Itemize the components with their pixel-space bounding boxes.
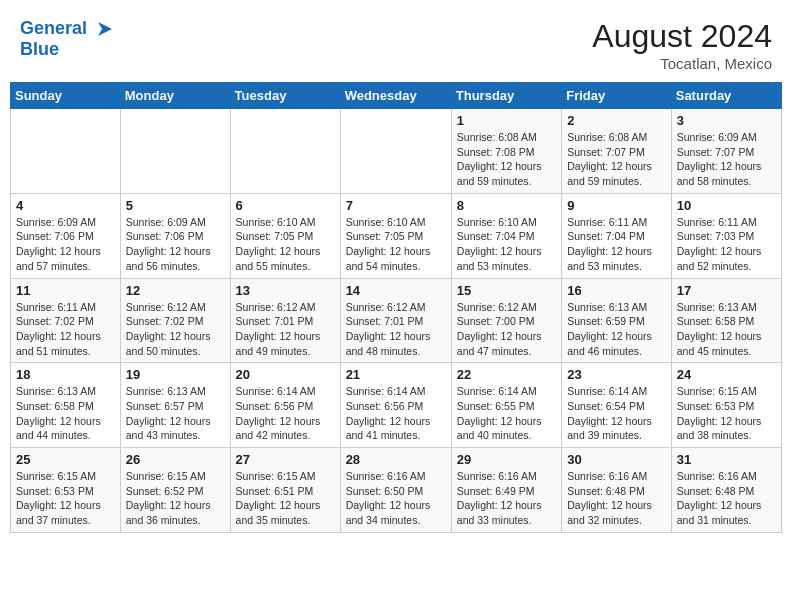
calendar-cell: 21Sunrise: 6:14 AM Sunset: 6:56 PM Dayli… [340, 363, 451, 448]
day-number: 19 [126, 367, 225, 382]
day-number: 29 [457, 452, 556, 467]
day-info: Sunrise: 6:13 AM Sunset: 6:59 PM Dayligh… [567, 300, 666, 359]
day-info: Sunrise: 6:13 AM Sunset: 6:57 PM Dayligh… [126, 384, 225, 443]
calendar-cell: 13Sunrise: 6:12 AM Sunset: 7:01 PM Dayli… [230, 278, 340, 363]
calendar-cell [120, 109, 230, 194]
calendar-cell: 29Sunrise: 6:16 AM Sunset: 6:49 PM Dayli… [451, 448, 561, 533]
day-info: Sunrise: 6:15 AM Sunset: 6:52 PM Dayligh… [126, 469, 225, 528]
day-info: Sunrise: 6:16 AM Sunset: 6:48 PM Dayligh… [677, 469, 776, 528]
calendar-cell: 31Sunrise: 6:16 AM Sunset: 6:48 PM Dayli… [671, 448, 781, 533]
day-info: Sunrise: 6:09 AM Sunset: 7:06 PM Dayligh… [16, 215, 115, 274]
day-number: 31 [677, 452, 776, 467]
day-number: 27 [236, 452, 335, 467]
day-info: Sunrise: 6:10 AM Sunset: 7:05 PM Dayligh… [346, 215, 446, 274]
day-info: Sunrise: 6:08 AM Sunset: 7:08 PM Dayligh… [457, 130, 556, 189]
week-row-5: 25Sunrise: 6:15 AM Sunset: 6:53 PM Dayli… [11, 448, 782, 533]
calendar-cell [11, 109, 121, 194]
svg-marker-0 [98, 22, 112, 36]
day-info: Sunrise: 6:09 AM Sunset: 7:06 PM Dayligh… [126, 215, 225, 274]
location: Tocatlan, Mexico [592, 55, 772, 72]
calendar-cell: 10Sunrise: 6:11 AM Sunset: 7:03 PM Dayli… [671, 193, 781, 278]
day-number: 8 [457, 198, 556, 213]
weekday-header-tuesday: Tuesday [230, 83, 340, 109]
calendar-cell: 7Sunrise: 6:10 AM Sunset: 7:05 PM Daylig… [340, 193, 451, 278]
day-number: 18 [16, 367, 115, 382]
weekday-header-wednesday: Wednesday [340, 83, 451, 109]
day-number: 3 [677, 113, 776, 128]
calendar-cell: 19Sunrise: 6:13 AM Sunset: 6:57 PM Dayli… [120, 363, 230, 448]
day-number: 22 [457, 367, 556, 382]
day-info: Sunrise: 6:11 AM Sunset: 7:02 PM Dayligh… [16, 300, 115, 359]
month-year: August 2024 [592, 18, 772, 55]
day-number: 2 [567, 113, 666, 128]
week-row-3: 11Sunrise: 6:11 AM Sunset: 7:02 PM Dayli… [11, 278, 782, 363]
calendar-cell: 27Sunrise: 6:15 AM Sunset: 6:51 PM Dayli… [230, 448, 340, 533]
day-number: 14 [346, 283, 446, 298]
calendar-cell: 20Sunrise: 6:14 AM Sunset: 6:56 PM Dayli… [230, 363, 340, 448]
day-info: Sunrise: 6:16 AM Sunset: 6:49 PM Dayligh… [457, 469, 556, 528]
calendar-cell: 14Sunrise: 6:12 AM Sunset: 7:01 PM Dayli… [340, 278, 451, 363]
day-number: 7 [346, 198, 446, 213]
day-info: Sunrise: 6:12 AM Sunset: 7:01 PM Dayligh… [236, 300, 335, 359]
calendar-cell: 28Sunrise: 6:16 AM Sunset: 6:50 PM Dayli… [340, 448, 451, 533]
day-number: 12 [126, 283, 225, 298]
day-number: 11 [16, 283, 115, 298]
title-block: August 2024 Tocatlan, Mexico [592, 18, 772, 72]
day-info: Sunrise: 6:10 AM Sunset: 7:05 PM Dayligh… [236, 215, 335, 274]
day-number: 16 [567, 283, 666, 298]
calendar-cell: 17Sunrise: 6:13 AM Sunset: 6:58 PM Dayli… [671, 278, 781, 363]
calendar-cell: 2Sunrise: 6:08 AM Sunset: 7:07 PM Daylig… [562, 109, 672, 194]
day-number: 26 [126, 452, 225, 467]
day-info: Sunrise: 6:13 AM Sunset: 6:58 PM Dayligh… [16, 384, 115, 443]
day-info: Sunrise: 6:14 AM Sunset: 6:55 PM Dayligh… [457, 384, 556, 443]
logo: General Blue [20, 18, 116, 60]
day-info: Sunrise: 6:14 AM Sunset: 6:56 PM Dayligh… [236, 384, 335, 443]
calendar-cell [340, 109, 451, 194]
weekday-header-row: SundayMondayTuesdayWednesdayThursdayFrid… [11, 83, 782, 109]
day-info: Sunrise: 6:11 AM Sunset: 7:03 PM Dayligh… [677, 215, 776, 274]
day-number: 24 [677, 367, 776, 382]
day-info: Sunrise: 6:08 AM Sunset: 7:07 PM Dayligh… [567, 130, 666, 189]
day-number: 23 [567, 367, 666, 382]
calendar-cell: 8Sunrise: 6:10 AM Sunset: 7:04 PM Daylig… [451, 193, 561, 278]
calendar-cell: 1Sunrise: 6:08 AM Sunset: 7:08 PM Daylig… [451, 109, 561, 194]
day-number: 21 [346, 367, 446, 382]
calendar-cell: 9Sunrise: 6:11 AM Sunset: 7:04 PM Daylig… [562, 193, 672, 278]
week-row-1: 1Sunrise: 6:08 AM Sunset: 7:08 PM Daylig… [11, 109, 782, 194]
calendar-cell: 16Sunrise: 6:13 AM Sunset: 6:59 PM Dayli… [562, 278, 672, 363]
calendar-cell: 30Sunrise: 6:16 AM Sunset: 6:48 PM Dayli… [562, 448, 672, 533]
day-info: Sunrise: 6:09 AM Sunset: 7:07 PM Dayligh… [677, 130, 776, 189]
day-number: 10 [677, 198, 776, 213]
weekday-header-monday: Monday [120, 83, 230, 109]
day-info: Sunrise: 6:12 AM Sunset: 7:02 PM Dayligh… [126, 300, 225, 359]
calendar-table: SundayMondayTuesdayWednesdayThursdayFrid… [10, 82, 782, 533]
calendar-cell: 25Sunrise: 6:15 AM Sunset: 6:53 PM Dayli… [11, 448, 121, 533]
day-number: 9 [567, 198, 666, 213]
weekday-header-saturday: Saturday [671, 83, 781, 109]
day-number: 5 [126, 198, 225, 213]
day-info: Sunrise: 6:12 AM Sunset: 7:00 PM Dayligh… [457, 300, 556, 359]
day-info: Sunrise: 6:13 AM Sunset: 6:58 PM Dayligh… [677, 300, 776, 359]
day-info: Sunrise: 6:10 AM Sunset: 7:04 PM Dayligh… [457, 215, 556, 274]
week-row-4: 18Sunrise: 6:13 AM Sunset: 6:58 PM Dayli… [11, 363, 782, 448]
calendar-cell: 11Sunrise: 6:11 AM Sunset: 7:02 PM Dayli… [11, 278, 121, 363]
day-number: 15 [457, 283, 556, 298]
calendar-cell: 6Sunrise: 6:10 AM Sunset: 7:05 PM Daylig… [230, 193, 340, 278]
day-info: Sunrise: 6:14 AM Sunset: 6:54 PM Dayligh… [567, 384, 666, 443]
calendar-cell: 22Sunrise: 6:14 AM Sunset: 6:55 PM Dayli… [451, 363, 561, 448]
weekday-header-thursday: Thursday [451, 83, 561, 109]
day-info: Sunrise: 6:15 AM Sunset: 6:53 PM Dayligh… [677, 384, 776, 443]
calendar-cell: 18Sunrise: 6:13 AM Sunset: 6:58 PM Dayli… [11, 363, 121, 448]
day-number: 1 [457, 113, 556, 128]
day-number: 4 [16, 198, 115, 213]
calendar-cell [230, 109, 340, 194]
calendar-cell: 4Sunrise: 6:09 AM Sunset: 7:06 PM Daylig… [11, 193, 121, 278]
day-number: 13 [236, 283, 335, 298]
day-info: Sunrise: 6:16 AM Sunset: 6:48 PM Dayligh… [567, 469, 666, 528]
day-number: 30 [567, 452, 666, 467]
day-info: Sunrise: 6:16 AM Sunset: 6:50 PM Dayligh… [346, 469, 446, 528]
weekday-header-friday: Friday [562, 83, 672, 109]
day-number: 25 [16, 452, 115, 467]
day-info: Sunrise: 6:15 AM Sunset: 6:51 PM Dayligh… [236, 469, 335, 528]
day-info: Sunrise: 6:12 AM Sunset: 7:01 PM Dayligh… [346, 300, 446, 359]
